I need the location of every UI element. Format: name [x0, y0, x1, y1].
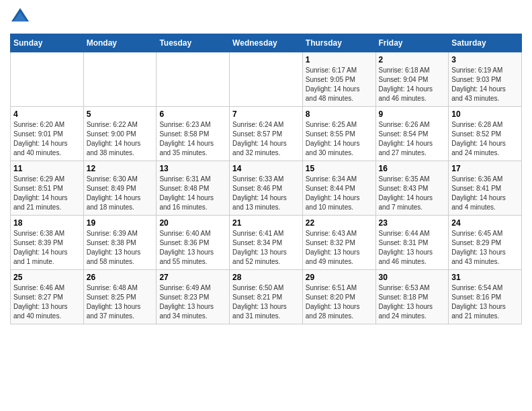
calendar-cell [11, 52, 84, 107]
calendar-cell [83, 52, 157, 107]
calendar-cell: 10Sunrise: 6:28 AM Sunset: 8:52 PM Dayli… [449, 107, 522, 161]
day-number: 6 [159, 109, 226, 119]
day-number: 10 [451, 109, 519, 119]
calendar-cell: 31Sunrise: 6:54 AM Sunset: 8:16 PM Dayli… [449, 270, 522, 324]
calendar-cell: 25Sunrise: 6:46 AM Sunset: 8:27 PM Dayli… [11, 270, 84, 324]
calendar-cell: 7Sunrise: 6:24 AM Sunset: 8:57 PM Daylig… [230, 107, 303, 161]
day-info: Sunrise: 6:30 AM Sunset: 8:49 PM Dayligh… [87, 175, 154, 212]
day-number: 11 [13, 164, 81, 173]
day-number: 20 [159, 218, 226, 228]
day-info: Sunrise: 6:17 AM Sunset: 9:05 PM Dayligh… [306, 66, 373, 103]
calendar-cell: 4Sunrise: 6:20 AM Sunset: 9:01 PM Daylig… [11, 107, 84, 161]
calendar-cell: 6Sunrise: 6:23 AM Sunset: 8:58 PM Daylig… [157, 107, 230, 161]
day-number: 27 [159, 273, 226, 282]
calendar-cell: 13Sunrise: 6:31 AM Sunset: 8:48 PM Dayli… [157, 161, 230, 216]
calendar-week-row: 4Sunrise: 6:20 AM Sunset: 9:01 PM Daylig… [11, 107, 522, 161]
day-info: Sunrise: 6:33 AM Sunset: 8:46 PM Dayligh… [232, 175, 300, 212]
day-number: 9 [379, 109, 446, 119]
day-number: 2 [379, 55, 446, 64]
logo [10, 7, 33, 27]
day-number: 18 [13, 218, 81, 228]
day-number: 24 [451, 218, 519, 228]
calendar-cell: 22Sunrise: 6:43 AM Sunset: 8:32 PM Dayli… [302, 216, 375, 270]
calendar-cell: 18Sunrise: 6:38 AM Sunset: 8:39 PM Dayli… [11, 216, 84, 270]
day-number: 21 [232, 218, 300, 228]
calendar-cell: 21Sunrise: 6:41 AM Sunset: 8:34 PM Dayli… [230, 216, 303, 270]
day-number: 16 [379, 164, 446, 173]
day-info: Sunrise: 6:38 AM Sunset: 8:39 PM Dayligh… [13, 229, 81, 267]
day-number: 17 [451, 164, 519, 173]
day-info: Sunrise: 6:50 AM Sunset: 8:21 PM Dayligh… [232, 283, 300, 321]
weekday-header: Friday [375, 34, 449, 52]
calendar-cell [230, 52, 303, 107]
calendar-cell: 17Sunrise: 6:36 AM Sunset: 8:41 PM Dayli… [449, 161, 522, 216]
calendar-cell: 2Sunrise: 6:18 AM Sunset: 9:04 PM Daylig… [375, 52, 449, 107]
day-info: Sunrise: 6:24 AM Sunset: 8:57 PM Dayligh… [232, 120, 300, 158]
calendar-cell: 12Sunrise: 6:30 AM Sunset: 8:49 PM Dayli… [83, 161, 157, 216]
calendar-cell: 20Sunrise: 6:40 AM Sunset: 8:36 PM Dayli… [157, 216, 230, 270]
calendar-cell: 24Sunrise: 6:45 AM Sunset: 8:29 PM Dayli… [449, 216, 522, 270]
day-info: Sunrise: 6:19 AM Sunset: 9:03 PM Dayligh… [451, 66, 519, 103]
day-info: Sunrise: 6:54 AM Sunset: 8:16 PM Dayligh… [451, 283, 519, 321]
day-number: 29 [306, 273, 373, 282]
day-info: Sunrise: 6:25 AM Sunset: 8:55 PM Dayligh… [306, 120, 373, 158]
day-number: 23 [379, 218, 446, 228]
logo-icon [10, 7, 30, 27]
day-number: 22 [306, 218, 373, 228]
day-info: Sunrise: 6:35 AM Sunset: 8:43 PM Dayligh… [379, 175, 446, 212]
day-number: 28 [232, 273, 300, 282]
day-info: Sunrise: 6:41 AM Sunset: 8:34 PM Dayligh… [232, 229, 300, 267]
day-info: Sunrise: 6:23 AM Sunset: 8:58 PM Dayligh… [159, 120, 226, 158]
day-info: Sunrise: 6:40 AM Sunset: 8:36 PM Dayligh… [159, 229, 226, 267]
day-info: Sunrise: 6:45 AM Sunset: 8:29 PM Dayligh… [451, 229, 519, 267]
day-info: Sunrise: 6:20 AM Sunset: 9:01 PM Dayligh… [13, 120, 81, 158]
calendar-cell: 16Sunrise: 6:35 AM Sunset: 8:43 PM Dayli… [375, 161, 449, 216]
day-number: 13 [159, 164, 226, 173]
day-info: Sunrise: 6:26 AM Sunset: 8:54 PM Dayligh… [379, 120, 446, 158]
day-number: 4 [13, 109, 81, 119]
calendar-week-row: 18Sunrise: 6:38 AM Sunset: 8:39 PM Dayli… [11, 216, 522, 270]
day-number: 7 [232, 109, 300, 119]
calendar-week-row: 1Sunrise: 6:17 AM Sunset: 9:05 PM Daylig… [11, 52, 522, 107]
day-info: Sunrise: 6:28 AM Sunset: 8:52 PM Dayligh… [451, 120, 519, 158]
day-info: Sunrise: 6:46 AM Sunset: 8:27 PM Dayligh… [13, 283, 81, 321]
day-number: 12 [87, 164, 154, 173]
day-info: Sunrise: 6:43 AM Sunset: 8:32 PM Dayligh… [306, 229, 373, 267]
calendar-cell: 30Sunrise: 6:53 AM Sunset: 8:18 PM Dayli… [375, 270, 449, 324]
day-number: 26 [87, 273, 154, 282]
calendar-cell [157, 52, 230, 107]
day-number: 31 [451, 273, 519, 282]
calendar-week-row: 25Sunrise: 6:46 AM Sunset: 8:27 PM Dayli… [11, 270, 522, 324]
day-number: 5 [87, 109, 154, 119]
calendar-cell: 11Sunrise: 6:29 AM Sunset: 8:51 PM Dayli… [11, 161, 84, 216]
calendar-cell: 28Sunrise: 6:50 AM Sunset: 8:21 PM Dayli… [230, 270, 303, 324]
calendar-cell: 27Sunrise: 6:49 AM Sunset: 8:23 PM Dayli… [157, 270, 230, 324]
weekday-header: Thursday [302, 34, 375, 52]
day-number: 30 [379, 273, 446, 282]
day-info: Sunrise: 6:29 AM Sunset: 8:51 PM Dayligh… [13, 175, 81, 212]
day-info: Sunrise: 6:36 AM Sunset: 8:41 PM Dayligh… [451, 175, 519, 212]
calendar-cell: 5Sunrise: 6:22 AM Sunset: 9:00 PM Daylig… [83, 107, 157, 161]
weekday-header: Wednesday [230, 34, 303, 52]
weekday-header-row: SundayMondayTuesdayWednesdayThursdayFrid… [11, 34, 522, 52]
calendar-cell: 8Sunrise: 6:25 AM Sunset: 8:55 PM Daylig… [302, 107, 375, 161]
calendar-cell: 9Sunrise: 6:26 AM Sunset: 8:54 PM Daylig… [375, 107, 449, 161]
day-number: 3 [451, 55, 519, 64]
day-info: Sunrise: 6:44 AM Sunset: 8:31 PM Dayligh… [379, 229, 446, 267]
day-info: Sunrise: 6:49 AM Sunset: 8:23 PM Dayligh… [159, 283, 226, 321]
calendar-cell: 14Sunrise: 6:33 AM Sunset: 8:46 PM Dayli… [230, 161, 303, 216]
day-info: Sunrise: 6:39 AM Sunset: 8:38 PM Dayligh… [87, 229, 154, 267]
calendar-table: SundayMondayTuesdayWednesdayThursdayFrid… [10, 34, 522, 324]
day-info: Sunrise: 6:31 AM Sunset: 8:48 PM Dayligh… [159, 175, 226, 212]
weekday-header: Monday [83, 34, 157, 52]
calendar-cell: 29Sunrise: 6:51 AM Sunset: 8:20 PM Dayli… [302, 270, 375, 324]
day-number: 25 [13, 273, 81, 282]
weekday-header: Saturday [449, 34, 522, 52]
day-number: 15 [306, 164, 373, 173]
calendar-week-row: 11Sunrise: 6:29 AM Sunset: 8:51 PM Dayli… [11, 161, 522, 216]
day-info: Sunrise: 6:48 AM Sunset: 8:25 PM Dayligh… [87, 283, 154, 321]
calendar-cell: 26Sunrise: 6:48 AM Sunset: 8:25 PM Dayli… [83, 270, 157, 324]
calendar-cell: 19Sunrise: 6:39 AM Sunset: 8:38 PM Dayli… [83, 216, 157, 270]
day-info: Sunrise: 6:22 AM Sunset: 9:00 PM Dayligh… [87, 120, 154, 158]
day-number: 19 [87, 218, 154, 228]
